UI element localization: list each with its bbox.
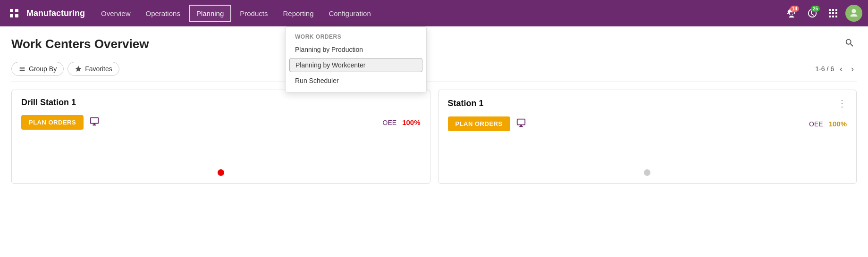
svg-rect-0 xyxy=(10,9,13,12)
card-indicator-1 xyxy=(218,169,224,176)
nav-item-reporting[interactable]: Reporting xyxy=(276,6,320,21)
group-by-label: Group By xyxy=(29,65,57,73)
bug-badge: 14 xyxy=(790,6,799,12)
page-header: Work Centers Overview xyxy=(11,36,857,52)
app-brand: Manufacturing xyxy=(26,8,85,18)
page-content: Work Centers Overview Group By Favorites… xyxy=(0,26,868,257)
page-title: Work Centers Overview xyxy=(11,37,843,51)
svg-rect-5 xyxy=(832,9,834,11)
svg-rect-1 xyxy=(15,9,18,12)
dropdown-item-run-scheduler[interactable]: Run Scheduler xyxy=(286,73,426,88)
card-header-2: Station 1 ⋮ xyxy=(448,98,847,109)
nav-item-configuration[interactable]: Configuration xyxy=(322,6,378,21)
dropdown-item-planning-by-production[interactable]: Planning by Production xyxy=(286,42,426,57)
grid-small-icon-button[interactable] xyxy=(825,5,842,22)
card-title-1: Drill Station 1 xyxy=(21,98,76,108)
work-center-card-2: Station 1 ⋮ PLAN ORDERS OEE 100% xyxy=(438,90,857,184)
monitor-icon-2[interactable] xyxy=(516,117,526,131)
pagination-text: 1-6 / 6 xyxy=(815,65,834,73)
nav-action-icons: 14 25 xyxy=(783,5,862,22)
nav-item-operations[interactable]: Operations xyxy=(139,6,187,21)
svg-rect-6 xyxy=(835,9,837,11)
svg-rect-8 xyxy=(832,12,834,14)
svg-rect-9 xyxy=(835,12,837,14)
dropdown-item-planning-by-workcenter[interactable]: Planning by Workcenter xyxy=(289,58,422,72)
oee-label-1[interactable]: OEE xyxy=(383,119,397,126)
nav-item-overview[interactable]: Overview xyxy=(94,6,137,21)
search-icon[interactable] xyxy=(843,36,857,52)
card-title-2: Station 1 xyxy=(448,99,484,108)
clock-icon-button[interactable]: 25 xyxy=(804,5,821,22)
card-header-1: Drill Station 1 xyxy=(21,98,421,108)
next-page-button[interactable]: › xyxy=(848,63,857,75)
card-actions-1: PLAN ORDERS OEE 100% xyxy=(21,115,421,130)
oee-value-1: 100% xyxy=(402,118,420,126)
svg-rect-2 xyxy=(10,14,13,17)
favorites-button[interactable]: Favorites xyxy=(67,62,119,76)
svg-rect-10 xyxy=(829,16,831,17)
bug-icon-button[interactable]: 14 xyxy=(783,5,800,22)
dropdown-section-label: Work Orders xyxy=(286,31,426,42)
oee-label-2[interactable]: OEE xyxy=(809,120,823,128)
clock-badge: 25 xyxy=(811,6,820,12)
work-center-cards: Drill Station 1 PLAN ORDERS OEE 100% xyxy=(11,90,857,184)
svg-rect-12 xyxy=(835,16,837,17)
svg-rect-3 xyxy=(15,14,18,17)
nav-item-products[interactable]: Products xyxy=(233,6,274,21)
plan-orders-button-1[interactable]: PLAN ORDERS xyxy=(21,115,84,130)
favorites-label: Favorites xyxy=(85,65,112,73)
top-nav: Manufacturing Overview Operations Planni… xyxy=(0,0,868,26)
status-dot-1 xyxy=(218,169,224,176)
work-center-card-1: Drill Station 1 PLAN ORDERS OEE 100% xyxy=(11,90,430,184)
status-dot-2 xyxy=(644,169,650,176)
filter-bar: Group By Favorites 1-6 / 6 ‹ › xyxy=(11,58,857,82)
plan-orders-button-2[interactable]: PLAN ORDERS xyxy=(448,116,510,131)
group-by-button[interactable]: Group By xyxy=(11,62,64,76)
svg-rect-7 xyxy=(829,12,831,14)
svg-rect-4 xyxy=(829,9,831,11)
prev-page-button[interactable]: ‹ xyxy=(837,63,845,75)
planning-dropdown: Work Orders Planning by Production Plann… xyxy=(285,26,427,92)
oee-section-2: OEE 100% xyxy=(532,120,847,128)
pagination: 1-6 / 6 ‹ › xyxy=(815,63,857,75)
user-avatar[interactable] xyxy=(845,5,862,22)
monitor-icon-1[interactable] xyxy=(89,116,100,129)
card-actions-2: PLAN ORDERS OEE 100% xyxy=(448,116,847,131)
nav-item-planning[interactable]: Planning xyxy=(189,5,231,22)
oee-value-2: 100% xyxy=(829,120,847,128)
grid-menu-icon[interactable] xyxy=(6,5,23,22)
oee-section-1: OEE 100% xyxy=(105,118,420,126)
svg-rect-11 xyxy=(832,16,834,17)
card-indicator-2 xyxy=(644,169,650,176)
card-menu-icon-2[interactable]: ⋮ xyxy=(837,98,847,109)
